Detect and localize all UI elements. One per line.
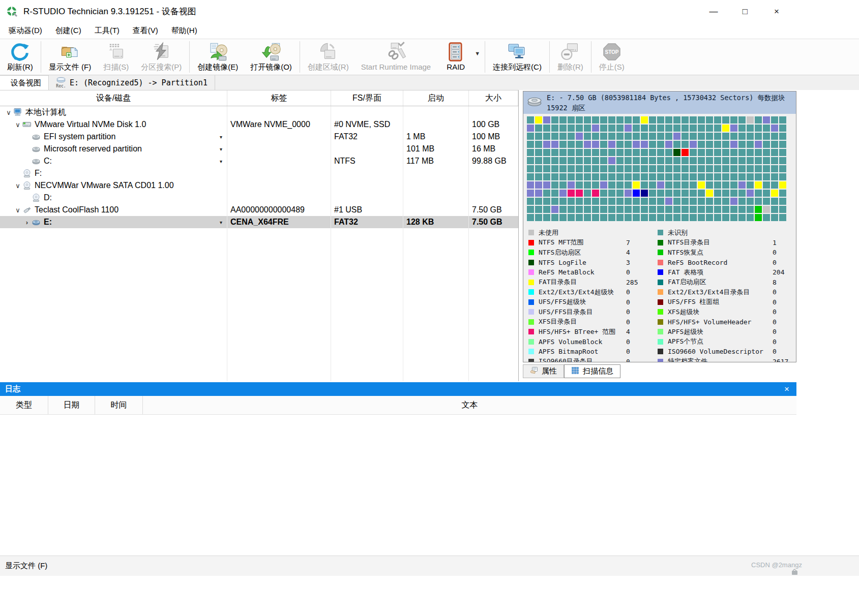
map-block xyxy=(641,190,648,197)
table-row[interactable]: ›E:▾CENA_X64FREFAT32128 KB7.50 GB xyxy=(0,216,518,228)
map-block xyxy=(722,165,729,172)
map-block xyxy=(641,157,648,164)
tab-device-view[interactable]: i 设备视图 xyxy=(0,75,49,90)
delete-button[interactable]: 删除(R) xyxy=(551,39,589,75)
legend-label: XFS目录条目 xyxy=(539,317,626,326)
menu-tools[interactable]: 工具(T) xyxy=(88,24,126,38)
row-dropdown-icon[interactable]: ▾ xyxy=(220,159,222,164)
column-header-0[interactable]: 设备/磁盘ˆ xyxy=(0,90,227,106)
map-block xyxy=(543,165,550,172)
scan-button[interactable]: 扫描(S) xyxy=(97,39,135,75)
watermark: CSDN @2mangz xyxy=(751,561,802,569)
map-block xyxy=(690,181,697,189)
table-row[interactable]: C:▾NTFS117 MB99.88 GB xyxy=(0,155,518,167)
map-block xyxy=(568,190,575,197)
menu-help[interactable]: 帮助(H) xyxy=(165,24,204,38)
map-block xyxy=(665,198,672,205)
legend-label: ISO9660 VolumeDescriptor xyxy=(668,348,773,355)
connect-remote-button[interactable]: 连接到远程(C) xyxy=(487,39,548,75)
raid-button[interactable]: RAID xyxy=(437,39,475,75)
map-block xyxy=(714,190,721,197)
minimize-button[interactable]: — xyxy=(698,3,729,20)
legend-swatch xyxy=(528,289,534,295)
create-image-button[interactable]: 创建镜像(E) xyxy=(191,39,244,75)
device-name: 本地计算机 xyxy=(25,107,66,118)
start-runtime-image-button[interactable]: Start Runtime Image xyxy=(355,39,437,75)
toolbar-separator xyxy=(300,41,300,73)
tree-expander-icon[interactable]: ∨ xyxy=(13,121,22,129)
map-block xyxy=(706,141,713,148)
map-block xyxy=(763,198,770,205)
maximize-button[interactable]: □ xyxy=(729,3,761,20)
table-row[interactable]: ∨NECVMWar VMware SATA CD01 1.00 xyxy=(0,179,518,192)
table-row[interactable]: ∨VMware Virtual NVMe Disk 1.0VMWare NVME… xyxy=(0,118,518,131)
log-column-2[interactable]: 时间 xyxy=(95,396,143,414)
tree-expander-icon[interactable]: ∨ xyxy=(13,206,22,214)
table-row[interactable]: D: xyxy=(0,192,518,204)
table-row[interactable]: EFI system partition▾FAT321 MB100 MB xyxy=(0,131,518,143)
stop-button[interactable]: STOP停止(S) xyxy=(593,39,631,75)
tree-expander-icon[interactable]: ∨ xyxy=(4,109,13,116)
start-cell xyxy=(403,192,469,204)
tree-expander-icon[interactable]: › xyxy=(22,219,32,226)
map-block xyxy=(625,141,632,148)
map-block xyxy=(559,165,567,172)
map-block xyxy=(738,125,746,132)
legend-item: Ext2/Ext3/Ext4目录条目0 xyxy=(658,287,791,297)
device-name: Microsoft reserved partition xyxy=(44,144,142,153)
map-block xyxy=(706,214,713,221)
label-cell xyxy=(227,143,331,155)
map-block xyxy=(633,125,640,132)
table-row[interactable]: ∨本地计算机 xyxy=(0,106,518,118)
column-header-4[interactable]: 大小 xyxy=(469,90,518,106)
map-block xyxy=(730,116,737,124)
row-dropdown-icon[interactable]: ▾ xyxy=(220,220,222,225)
map-block xyxy=(779,181,786,189)
create-region-button[interactable]: 创建区域(R) xyxy=(302,39,355,75)
map-block xyxy=(706,125,713,132)
refresh-button[interactable]: 刷新(R) xyxy=(1,39,39,75)
create-region-icon xyxy=(318,42,338,62)
tree-expander-icon[interactable]: ∨ xyxy=(13,182,22,190)
map-block xyxy=(576,149,583,156)
panel-tab-属性[interactable]: 属性 xyxy=(523,364,564,378)
map-block xyxy=(714,141,721,148)
menu-create[interactable]: 创建(C) xyxy=(49,24,88,38)
table-row[interactable]: F: xyxy=(0,167,518,179)
map-block xyxy=(665,133,672,140)
log-column-3[interactable]: 文本 xyxy=(143,396,796,414)
menu-view[interactable]: 查看(V) xyxy=(126,24,165,38)
menu-drives[interactable]: 驱动器(D) xyxy=(2,24,49,38)
row-dropdown-icon[interactable]: ▾ xyxy=(220,146,222,152)
map-block xyxy=(633,206,640,213)
panel-tab-扫描信息[interactable]: 扫描信息 xyxy=(564,364,620,378)
map-block xyxy=(657,116,664,124)
block-map[interactable] xyxy=(523,114,791,224)
map-block xyxy=(763,141,770,148)
map-block xyxy=(771,149,778,156)
log-close-icon[interactable]: × xyxy=(782,384,791,394)
table-row[interactable]: ∨Teclast CoolFlash 1100AA00000000000489#… xyxy=(0,204,518,216)
tab-recognized-partition[interactable]: Rec. E: (Recognized5) -> Partition1 xyxy=(49,75,215,90)
map-block xyxy=(616,206,624,213)
partition-search-button[interactable]: 分区搜索(P) xyxy=(135,39,188,75)
map-block xyxy=(747,165,754,172)
log-column-0[interactable]: 类型 xyxy=(0,396,48,414)
open-image-button[interactable]: 打开镜像(O) xyxy=(244,39,298,75)
tab-label: E: (Recognized5) -> Partition1 xyxy=(70,78,208,87)
row-dropdown-icon[interactable]: ▾ xyxy=(220,134,222,140)
map-block xyxy=(543,181,550,189)
table-row[interactable]: Microsoft reserved partition▾101 MB16 MB xyxy=(0,143,518,155)
map-block xyxy=(738,141,746,148)
map-block xyxy=(568,141,575,148)
show-files-button[interactable]: 显示文件 (F) xyxy=(43,39,97,75)
map-block xyxy=(747,214,754,221)
raid-dropdown-arrow-icon[interactable]: ▼ xyxy=(475,39,483,75)
column-header-2[interactable]: FS/界面 xyxy=(331,90,403,106)
map-block xyxy=(673,125,680,132)
map-block xyxy=(584,149,591,156)
close-button[interactable]: × xyxy=(761,3,792,20)
log-column-1[interactable]: 日期 xyxy=(48,396,95,414)
column-header-1[interactable]: 标签 xyxy=(227,90,331,106)
column-header-3[interactable]: 启动 xyxy=(403,90,469,106)
